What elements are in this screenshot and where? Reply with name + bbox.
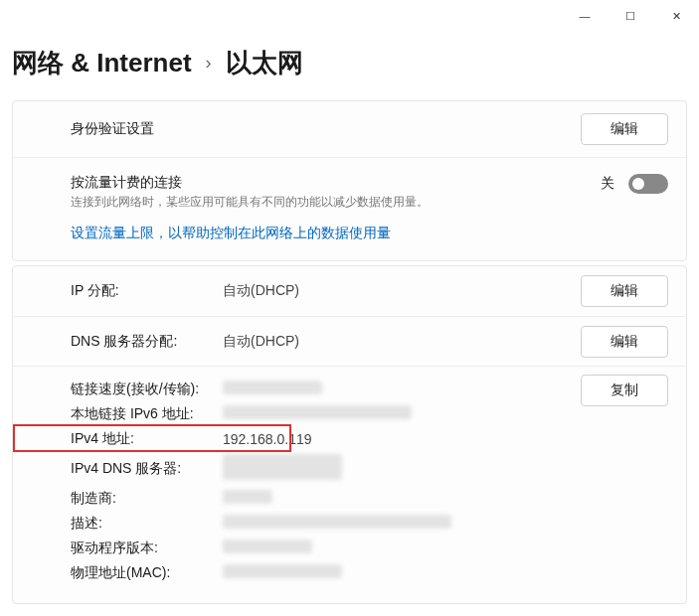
chevron-right-icon: › — [206, 53, 212, 74]
close-button[interactable]: ✕ — [653, 0, 699, 32]
row-metered: 按流量计费的连接 连接到此网络时，某些应用可能具有不同的功能以减少数据使用量。 … — [13, 158, 686, 211]
edit-auth-button[interactable]: 编辑 — [581, 113, 668, 145]
edit-ip-button[interactable]: 编辑 — [581, 275, 668, 307]
metered-toggle-label: 关 — [601, 175, 614, 193]
metered-toggle[interactable] — [628, 174, 668, 194]
mac-label: 物理地址(MAC): — [71, 564, 223, 582]
dns-label: DNS 服务器分配: — [71, 333, 223, 351]
ipv4-addr-label: IPv4 地址: — [71, 430, 223, 448]
link-speed-label: 链接速度(接收/传输): — [71, 381, 223, 398]
copy-button[interactable]: 复制 — [581, 375, 668, 406]
network-info-section: 复制 链接速度(接收/传输): 本地链接 IPv6 地址: IPv4 地址: 1… — [13, 366, 686, 603]
description-value — [223, 515, 451, 532]
row-driver-version: 驱动程序版本: — [71, 536, 668, 560]
ip-label: IP 分配: — [71, 282, 223, 300]
row-authentication: 身份验证设置 编辑 — [13, 101, 686, 158]
row-ip-assignment: IP 分配: 自动(DHCP) 编辑 — [13, 266, 686, 316]
ipv4-dns-value — [223, 454, 342, 483]
breadcrumb-root[interactable]: 网络 & Internet — [12, 46, 192, 80]
toggle-knob — [632, 178, 644, 190]
metered-desc: 连接到此网络时，某些应用可能具有不同的功能以减少数据使用量。 — [71, 194, 601, 211]
row-link-speed: 链接速度(接收/传输): — [71, 377, 668, 401]
card-auth-metered: 身份验证设置 编辑 按流量计费的连接 连接到此网络时，某些应用可能具有不同的功能… — [12, 100, 687, 261]
breadcrumb: 网络 & Internet › 以太网 — [0, 32, 699, 100]
row-manufacturer: 制造商: — [71, 486, 668, 511]
auth-title: 身份验证设置 — [71, 120, 581, 138]
link-speed-value — [223, 381, 322, 397]
mac-value — [223, 564, 342, 581]
row-description: 描述: — [71, 511, 668, 536]
ipv4-addr-value: 192.168.0.119 — [223, 431, 312, 447]
ip-value: 自动(DHCP) — [223, 282, 581, 300]
driver-version-value — [223, 539, 312, 556]
local-ipv6-label: 本地链接 IPv6 地址: — [71, 405, 223, 423]
metered-title: 按流量计费的连接 — [71, 174, 601, 192]
maximize-button[interactable]: ☐ — [608, 0, 653, 32]
description-label: 描述: — [71, 515, 223, 533]
edit-dns-button[interactable]: 编辑 — [581, 326, 668, 358]
ipv4-dns-label: IPv4 DNS 服务器: — [71, 460, 223, 478]
row-local-ipv6: 本地链接 IPv6 地址: — [71, 401, 668, 426]
row-ipv4-address: IPv4 地址: 192.168.0.119 — [71, 426, 668, 451]
manufacturer-value — [223, 490, 272, 507]
manufacturer-label: 制造商: — [71, 490, 223, 508]
breadcrumb-current: 以太网 — [226, 46, 303, 80]
driver-version-label: 驱动程序版本: — [71, 539, 223, 557]
row-dns-assignment: DNS 服务器分配: 自动(DHCP) 编辑 — [13, 316, 686, 366]
window-controls: — ☐ ✕ — [0, 0, 699, 32]
local-ipv6-value — [223, 405, 412, 422]
card-ip-dns-info: IP 分配: 自动(DHCP) 编辑 DNS 服务器分配: 自动(DHCP) 编… — [12, 265, 687, 604]
minimize-button[interactable]: — — [562, 0, 608, 32]
dns-value: 自动(DHCP) — [223, 333, 581, 351]
data-limit-link[interactable]: 设置流量上限，以帮助控制在此网络上的数据使用量 — [13, 211, 686, 260]
row-ipv4-dns: IPv4 DNS 服务器: — [71, 451, 668, 486]
row-mac: 物理地址(MAC): — [71, 560, 668, 585]
